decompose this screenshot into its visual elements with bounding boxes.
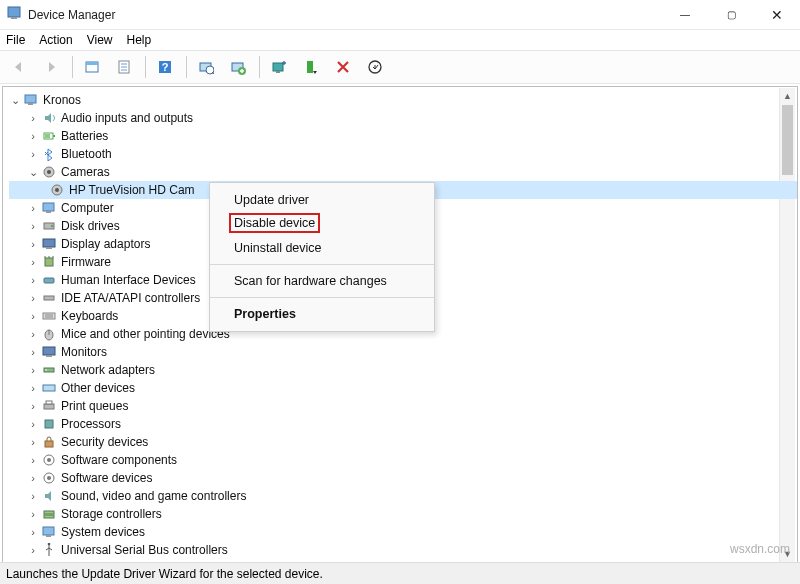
close-button[interactable]: ✕ <box>754 0 800 30</box>
svg-rect-32 <box>43 239 55 247</box>
category-icon <box>41 416 57 432</box>
tree-category[interactable]: ›Processors <box>9 415 797 433</box>
expand-icon[interactable]: › <box>27 256 39 268</box>
expand-icon[interactable]: › <box>27 202 39 214</box>
expand-icon[interactable]: › <box>27 526 39 538</box>
tree-category[interactable]: ›Software components <box>9 451 797 469</box>
expand-icon[interactable]: › <box>27 490 39 502</box>
svg-rect-46 <box>46 355 52 357</box>
toolbar-sep <box>72 56 73 78</box>
expand-icon[interactable]: › <box>27 238 39 250</box>
statusbar: Launches the Update Driver Wizard for th… <box>0 562 800 584</box>
collapse-icon[interactable]: ⌄ <box>27 166 39 178</box>
watermark: wsxdn.com <box>730 542 790 556</box>
expand-icon[interactable]: › <box>27 454 39 466</box>
category-icon <box>41 524 57 540</box>
add-legacy-hardware-button[interactable] <box>223 53 253 81</box>
ctx-scan-hardware[interactable]: Scan for hardware changes <box>210 270 434 292</box>
back-button[interactable] <box>4 53 34 81</box>
minimize-button[interactable]: — <box>662 0 708 30</box>
ctx-uninstall-device[interactable]: Uninstall device <box>210 237 434 259</box>
expand-icon[interactable]: › <box>27 220 39 232</box>
uninstall-device-button[interactable] <box>328 53 358 81</box>
show-hide-console-button[interactable] <box>77 53 107 81</box>
context-menu: Update driver Disable device Uninstall d… <box>209 182 435 332</box>
category-label: Human Interface Devices <box>61 273 196 287</box>
svg-point-57 <box>47 476 51 480</box>
menu-view[interactable]: View <box>87 33 113 47</box>
properties-button[interactable] <box>109 53 139 81</box>
tree-category[interactable]: ›Security devices <box>9 433 797 451</box>
category-icon <box>41 452 57 468</box>
category-label: Network adapters <box>61 363 155 377</box>
toolbar-sep <box>145 56 146 78</box>
expand-icon[interactable]: › <box>27 112 39 124</box>
category-icon <box>41 470 57 486</box>
tree-category[interactable]: ›Universal Serial Bus controllers <box>9 541 797 559</box>
category-label: Security devices <box>61 435 148 449</box>
svg-rect-45 <box>43 347 55 355</box>
tree-category[interactable]: ›System devices <box>9 523 797 541</box>
enable-device-button[interactable] <box>360 53 390 81</box>
disable-device-button[interactable] <box>296 53 326 81</box>
expand-icon[interactable]: › <box>27 346 39 358</box>
tree-category[interactable]: ›Storage controllers <box>9 505 797 523</box>
tree-category[interactable]: ›Sound, video and game controllers <box>9 487 797 505</box>
help-button[interactable]: ? <box>150 53 180 81</box>
expand-icon[interactable]: › <box>27 364 39 376</box>
category-icon <box>41 362 57 378</box>
expand-icon[interactable]: › <box>27 508 39 520</box>
category-icon <box>41 272 57 288</box>
svg-rect-60 <box>43 527 54 535</box>
menu-action[interactable]: Action <box>39 33 72 47</box>
expand-icon[interactable]: › <box>27 292 39 304</box>
category-label: Print queues <box>61 399 128 413</box>
tree-category[interactable]: ›Bluetooth <box>9 145 797 163</box>
svg-rect-49 <box>43 385 55 391</box>
category-label: Keyboards <box>61 309 118 323</box>
update-driver-button[interactable] <box>264 53 294 81</box>
svg-rect-19 <box>25 95 36 103</box>
svg-rect-15 <box>273 63 283 71</box>
svg-rect-3 <box>86 62 98 65</box>
tree-category[interactable]: ⌄Cameras <box>9 163 797 181</box>
expand-icon[interactable]: › <box>27 400 39 412</box>
tree-category[interactable]: ›Monitors <box>9 343 797 361</box>
tree-root[interactable]: ⌄ Kronos <box>9 91 797 109</box>
expand-icon[interactable]: › <box>27 130 39 142</box>
menu-help[interactable]: Help <box>127 33 152 47</box>
expand-icon[interactable]: › <box>27 472 39 484</box>
ctx-update-driver[interactable]: Update driver <box>210 189 434 211</box>
svg-rect-51 <box>46 401 52 404</box>
maximize-button[interactable]: ▢ <box>708 0 754 30</box>
expand-icon[interactable]: › <box>27 418 39 430</box>
svg-rect-1 <box>11 17 17 19</box>
tree-category[interactable]: ›Batteries <box>9 127 797 145</box>
expand-icon[interactable]: › <box>27 274 39 286</box>
expand-icon[interactable]: › <box>27 310 39 322</box>
expand-icon[interactable]: › <box>27 436 39 448</box>
collapse-icon[interactable]: ⌄ <box>9 94 21 106</box>
svg-rect-23 <box>45 134 50 138</box>
expand-icon[interactable]: › <box>27 382 39 394</box>
tree-category[interactable]: ›Software devices <box>9 469 797 487</box>
tree-category[interactable]: ›Network adapters <box>9 361 797 379</box>
forward-button[interactable] <box>36 53 66 81</box>
category-icon <box>41 542 57 558</box>
ctx-properties[interactable]: Properties <box>210 303 434 325</box>
tree-category[interactable]: ›Audio inputs and outputs <box>9 109 797 127</box>
menu-file[interactable]: File <box>6 33 25 47</box>
category-label: Cameras <box>61 165 110 179</box>
expand-icon[interactable]: › <box>27 544 39 556</box>
expand-icon[interactable]: › <box>27 328 39 340</box>
svg-rect-39 <box>44 296 54 300</box>
category-icon <box>41 128 57 144</box>
tree-category[interactable]: ›Print queues <box>9 397 797 415</box>
tree-category[interactable]: ›Other devices <box>9 379 797 397</box>
scan-hardware-button[interactable] <box>191 53 221 81</box>
svg-point-25 <box>47 170 51 174</box>
ctx-disable-device[interactable]: Disable device <box>210 211 434 237</box>
category-icon <box>41 488 57 504</box>
svg-rect-58 <box>44 511 54 514</box>
expand-icon[interactable]: › <box>27 148 39 160</box>
